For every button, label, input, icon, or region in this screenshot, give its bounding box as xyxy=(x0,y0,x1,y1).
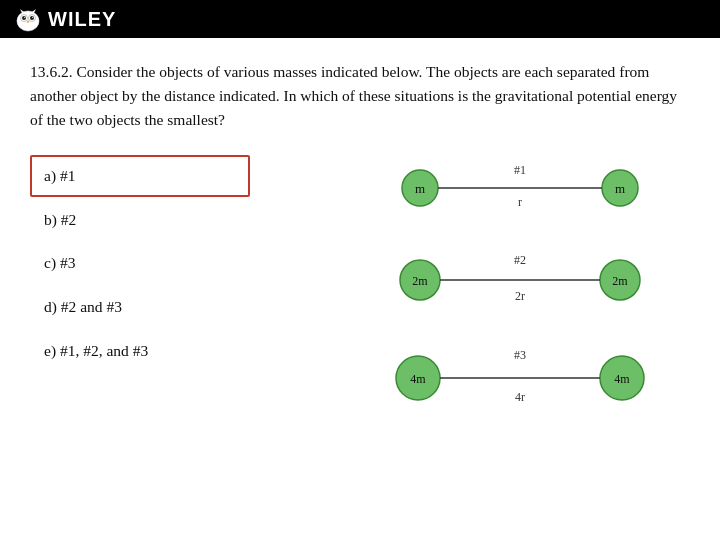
svg-text:r: r xyxy=(518,195,522,209)
wiley-logo: WILEY xyxy=(14,5,116,33)
answer-option-b[interactable]: b) #2 xyxy=(30,199,250,241)
answer-label-e: e) #1, #2, and #3 xyxy=(44,342,148,359)
svg-point-6 xyxy=(32,17,33,18)
answer-option-d[interactable]: d) #2 and #3 xyxy=(30,286,250,328)
svg-text:m: m xyxy=(615,181,625,196)
diagram-3-svg: 4m 4m #3 4r xyxy=(390,343,670,413)
svg-text:#3: #3 xyxy=(514,348,526,362)
svg-point-4 xyxy=(30,16,34,20)
wiley-logo-text: WILEY xyxy=(48,8,116,31)
answer-label-a: a) #1 xyxy=(44,167,75,184)
question-text: 13.6.2. Consider the objects of various … xyxy=(30,60,690,132)
svg-text:#1: #1 xyxy=(514,163,526,177)
answer-label-d: d) #2 and #3 xyxy=(44,298,122,315)
svg-text:m: m xyxy=(415,181,425,196)
svg-text:4m: 4m xyxy=(410,372,426,386)
diagram-area: m m #1 r 2m 2m #2 2r xyxy=(390,158,690,443)
answers-column: a) #1 b) #2 c) #3 d) #2 and #3 e) #1, #2… xyxy=(30,155,260,373)
svg-text:2m: 2m xyxy=(612,274,628,288)
answer-option-c[interactable]: c) #3 xyxy=(30,242,250,284)
diagram-1-svg: m m #1 r xyxy=(390,158,670,218)
svg-text:#2: #2 xyxy=(514,253,526,267)
svg-text:2m: 2m xyxy=(412,274,428,288)
diagram-2-svg: 2m 2m #2 2r xyxy=(390,248,670,313)
diagram-row-2: 2m 2m #2 2r xyxy=(390,248,690,313)
answer-option-e[interactable]: e) #1, #2, and #3 xyxy=(30,330,250,372)
svg-text:2r: 2r xyxy=(515,289,525,303)
answer-label-b: b) #2 xyxy=(44,211,76,228)
header: WILEY xyxy=(0,0,720,38)
main-content: 13.6.2. Consider the objects of various … xyxy=(0,38,720,160)
answer-label-c: c) #3 xyxy=(44,254,75,271)
diagram-row-1: m m #1 r xyxy=(390,158,690,218)
svg-point-5 xyxy=(24,17,25,18)
answer-option-a[interactable]: a) #1 xyxy=(30,155,250,197)
diagram-row-3: 4m 4m #3 4r xyxy=(390,343,690,413)
svg-text:4r: 4r xyxy=(515,390,525,404)
svg-point-3 xyxy=(22,16,26,20)
question-body: 13.6.2. Consider the objects of various … xyxy=(30,63,677,128)
svg-text:4m: 4m xyxy=(614,372,630,386)
wiley-owl-icon xyxy=(14,5,42,33)
